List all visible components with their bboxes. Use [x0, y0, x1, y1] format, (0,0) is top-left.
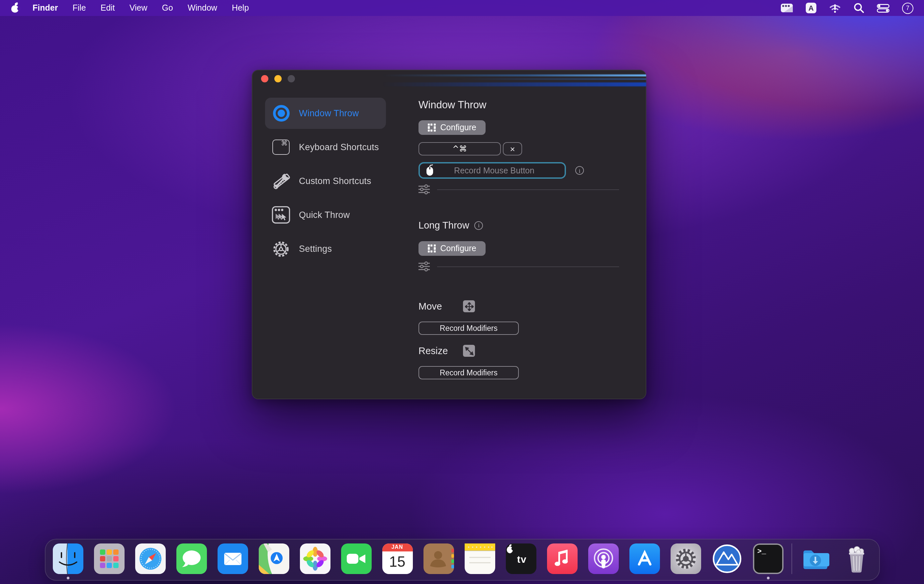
dock-icon-launchpad[interactable]: [94, 543, 124, 574]
sidebar-item-label: Quick Throw: [299, 210, 350, 220]
section-title-window-throw: Window Throw: [419, 99, 486, 111]
desktop: Finder File Edit View Go Window Help A: [0, 0, 924, 584]
input-source-icon[interactable]: A: [806, 3, 817, 13]
close-button[interactable]: [261, 75, 268, 82]
configure-button-window-throw[interactable]: Configure: [419, 120, 485, 135]
dock-icon-mail[interactable]: [217, 543, 248, 574]
app-window: Window Throw ⌘ Keyboard Shortcuts: [252, 70, 646, 399]
info-icon[interactable]: i: [475, 221, 483, 229]
gear-icon: [271, 239, 291, 259]
move-section-title: Move: [419, 300, 475, 312]
dock-icon-safari[interactable]: [135, 543, 165, 574]
running-indicator: [66, 577, 69, 579]
sidebar: Window Throw ⌘ Keyboard Shortcuts: [265, 98, 386, 264]
record-mouse-placeholder: Record Mouse Button: [434, 166, 554, 175]
dock-icon-maps[interactable]: [258, 543, 289, 574]
info-icon[interactable]: i: [575, 166, 584, 175]
sidebar-item-settings[interactable]: Settings: [265, 233, 386, 264]
divider: [437, 266, 619, 267]
menu-bar-left: Finder File Edit View Go Window Help: [0, 0, 256, 16]
section-title-long-throw: Long Throw i: [419, 220, 483, 231]
custom-shortcuts-icon: [271, 171, 291, 191]
traffic-lights: [261, 75, 295, 82]
menu-file[interactable]: File: [65, 0, 93, 16]
sidebar-item-keyboard-shortcuts[interactable]: ⌘ Keyboard Shortcuts: [265, 132, 386, 163]
terminal-glyph: >_: [752, 543, 783, 574]
wifi-alert-icon[interactable]: [829, 2, 841, 14]
dock-icon-messages[interactable]: [176, 543, 206, 574]
apple-menu-icon[interactable]: [11, 3, 19, 13]
dock-icon-terminal[interactable]: >_: [752, 543, 783, 574]
sidebar-item-custom-shortcuts[interactable]: Custom Shortcuts: [265, 165, 386, 197]
quick-throw-icon: [271, 205, 291, 225]
resize-section-title: Resize: [419, 345, 475, 357]
record-mouse-button-field[interactable]: Record Mouse Button: [419, 162, 566, 179]
menu-help[interactable]: Help: [224, 0, 256, 16]
menu-go[interactable]: Go: [155, 0, 180, 16]
shortcut-field[interactable]: ^⌘: [419, 142, 501, 155]
dock-icon-contacts[interactable]: [423, 543, 454, 574]
menu-bar: Finder File Edit View Go Window Help A: [0, 0, 924, 16]
grid-icon: [428, 124, 436, 132]
running-indicator: [767, 577, 769, 579]
title-bar[interactable]: [252, 70, 646, 88]
record-modifiers-button-move[interactable]: Record Modifiers: [419, 322, 519, 335]
dock-icon-app-store[interactable]: [629, 543, 660, 574]
sidebar-item-label: Window Throw: [299, 108, 359, 118]
sidebar-item-label: Keyboard Shortcuts: [299, 142, 379, 152]
dock-icon-trash[interactable]: [841, 543, 871, 574]
dock-icon-facetime[interactable]: [341, 543, 371, 574]
menu-app-name[interactable]: Finder: [25, 0, 65, 16]
divider: [437, 189, 619, 190]
zoom-button[interactable]: [288, 75, 295, 82]
dock: JAN 15: [45, 539, 879, 581]
dock-icon-photos[interactable]: [300, 543, 330, 574]
menu-bar-status: A: [780, 2, 924, 14]
grid-icon: [428, 244, 436, 252]
dock-icon-finder[interactable]: [53, 543, 83, 574]
dock-icon-system-preferences[interactable]: [670, 543, 701, 574]
sliders-icon[interactable]: [419, 184, 430, 195]
sidebar-item-label: Settings: [299, 244, 332, 254]
apple-tv-label: tv: [517, 553, 527, 564]
resize-cursor-icon: [463, 345, 475, 357]
mouse-icon: [425, 164, 434, 177]
control-center-icon[interactable]: [877, 2, 889, 14]
calendar-day: 15: [389, 550, 406, 574]
dock-icon-calendar[interactable]: JAN 15: [382, 543, 412, 574]
sidebar-item-window-throw[interactable]: Window Throw: [265, 98, 386, 129]
minimize-button[interactable]: [274, 75, 282, 82]
configure-button-long-throw[interactable]: Configure: [419, 241, 485, 256]
clear-shortcut-button[interactable]: ×: [503, 142, 522, 155]
move-cursor-icon: [463, 300, 475, 312]
titlebar-light-streaks: [382, 73, 646, 87]
shortcut-row: ^⌘ ×: [419, 142, 522, 155]
dock-separator: [791, 543, 792, 574]
window-throw-icon: [271, 103, 291, 123]
advanced-options-row: [419, 261, 619, 272]
sliders-icon[interactable]: [419, 261, 430, 272]
sidebar-item-quick-throw[interactable]: Quick Throw: [265, 199, 386, 231]
record-modifiers-button-resize[interactable]: Record Modifiers: [419, 366, 519, 379]
apple-logo: [505, 543, 514, 554]
search-icon[interactable]: [854, 2, 864, 14]
menu-window[interactable]: Window: [180, 0, 224, 16]
window-manager-menubar-icon[interactable]: [780, 2, 793, 14]
menu-view[interactable]: View: [122, 0, 155, 16]
dock-icon-apple-tv[interactable]: tv: [505, 543, 536, 574]
dock-icon-podcasts[interactable]: [588, 543, 619, 574]
dock-icon-music[interactable]: [547, 543, 577, 574]
sidebar-item-label: Custom Shortcuts: [299, 176, 371, 186]
keyboard-shortcuts-icon: ⌘: [271, 137, 291, 157]
dock-icon-window-manager[interactable]: [711, 543, 742, 574]
advanced-options-row: [419, 184, 619, 195]
menu-edit[interactable]: Edit: [93, 0, 122, 16]
dock-icon-notes[interactable]: [464, 543, 495, 574]
dock-icon-downloads[interactable]: [800, 543, 830, 574]
clock-icon[interactable]: 7: [902, 2, 913, 13]
